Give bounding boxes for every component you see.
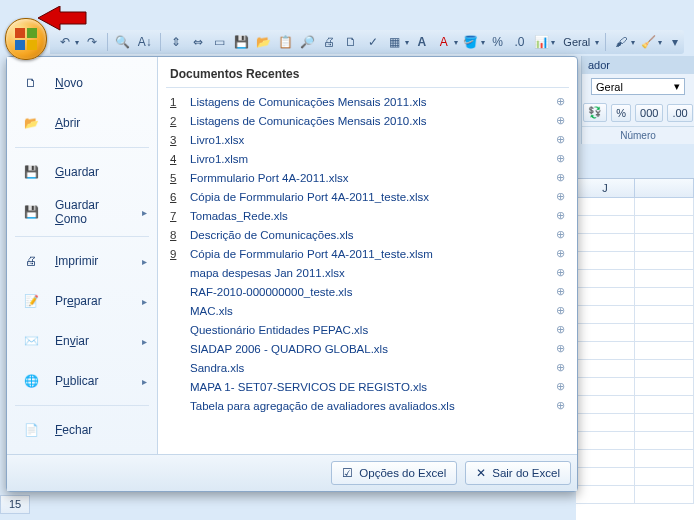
recent-doc-name: MAC.xls [190,305,548,317]
bold-icon[interactable]: A [413,33,431,51]
clear-icon[interactable]: 🧹 [639,33,657,51]
options-icon: ☑ [342,466,353,480]
preview-icon[interactable]: 🔎 [298,33,316,51]
currency-button[interactable]: 💱 [583,103,607,122]
column-header-j[interactable]: J [576,179,635,197]
recent-doc-item[interactable]: 2Listagens de Comunicações Mensais 2010.… [166,111,569,130]
number-format-combo[interactable]: Geral ▾ [591,78,685,95]
recent-doc-name: Tabela para agregação de avaliadores ava… [190,400,548,412]
recent-doc-item[interactable]: mapa despesas Jan 2011.xlsx⊕ [166,263,569,282]
recent-doc-name: Cópia de Formmulario Port 4A-2011_teste.… [190,191,548,203]
pin-icon[interactable]: ⊕ [556,399,565,412]
pin-icon[interactable]: ⊕ [556,323,565,336]
pin-icon[interactable]: ⊕ [556,95,565,108]
pin-icon[interactable]: ⊕ [556,190,565,203]
recent-doc-item[interactable]: 3Livro1.xlsx⊕ [166,130,569,149]
col-width-icon[interactable]: ⇔ [189,33,207,51]
chevron-down-icon: ▾ [674,80,680,93]
recent-doc-item[interactable]: Tabela para agregação de avaliadores ava… [166,396,569,415]
recent-doc-number: 3 [170,134,182,146]
menu-label: Enviar [55,334,132,348]
excel-options-button[interactable]: ☑ Opções do Excel [331,461,457,485]
pin-icon[interactable]: ⊕ [556,133,565,146]
recent-doc-item[interactable]: 4Livro1.xlsm⊕ [166,149,569,168]
menu-label: Guardar Como [55,198,132,226]
open-icon[interactable]: 📂 [254,33,272,51]
menu-item-send[interactable]: ✉️ Enviar ▸ [7,321,157,361]
zoom-icon[interactable]: 🔍 [114,33,132,51]
worksheet-grid[interactable]: J [576,178,694,520]
pin-icon[interactable]: ⊕ [556,361,565,374]
recent-doc-number: 9 [170,248,182,260]
pin-icon[interactable]: ⊕ [556,114,565,127]
recent-doc-item[interactable]: 8Descrição de Comunicações.xls⊕ [166,225,569,244]
recent-doc-item[interactable]: Questionário Entidades PEPAC.xls⊕ [166,320,569,339]
pin-icon[interactable]: ⊕ [556,304,565,317]
recent-doc-item[interactable]: 6Cópia de Formmulario Port 4A-2011_teste… [166,187,569,206]
menu-label: Novo [55,76,147,90]
increase-decimal-button[interactable]: .00 [667,104,692,122]
print-icon[interactable]: 🖨 [320,33,338,51]
menu-item-print[interactable]: 🖨 Imprimir ▸ [7,241,157,281]
percent-button[interactable]: % [611,104,631,122]
number-format-qat[interactable]: Geral [559,36,594,48]
menu-item-save[interactable]: 💾 Guardar [7,152,157,192]
column-header-blank[interactable] [635,179,694,197]
menu-item-publish[interactable]: 🌐 Publicar ▸ [7,361,157,401]
printer-icon: 🖨 [17,247,45,275]
send-mail-icon: ✉️ [17,327,45,355]
font-color-icon[interactable]: A [435,33,453,51]
ribbon-tab-fragment[interactable]: ador [582,56,694,74]
format-painter-icon[interactable]: 🖌 [612,33,630,51]
menu-item-new[interactable]: 🗋 Novo [7,63,157,103]
percent-icon[interactable]: % [489,33,507,51]
close-doc-icon: 📄 [17,416,45,444]
menu-item-prepare[interactable]: 📝 Preparar ▸ [7,281,157,321]
recent-doc-item[interactable]: 5Formmulario Port 4A-2011.xlsx⊕ [166,168,569,187]
recent-doc-item[interactable]: 7Tomadas_Rede.xls⊕ [166,206,569,225]
pin-icon[interactable]: ⊕ [556,342,565,355]
save-icon[interactable]: 💾 [232,33,250,51]
submenu-arrow-icon: ▸ [142,207,147,218]
fill-color-icon[interactable]: 🪣 [462,33,480,51]
spell-icon[interactable]: ✓ [364,33,382,51]
group-icon[interactable]: ▭ [211,33,229,51]
number-format-value: Geral [596,81,623,93]
menu-label: Fechar [55,423,147,437]
pin-icon[interactable]: ⊕ [556,247,565,260]
pin-icon[interactable]: ⊕ [556,209,565,222]
row-height-icon[interactable]: ⇕ [167,33,185,51]
recent-documents-panel: Documentos Recentes 1Listagens de Comuni… [158,57,577,454]
submenu-arrow-icon: ▸ [142,336,147,347]
pin-icon[interactable]: ⊕ [556,152,565,165]
recent-doc-item[interactable]: RAF-2010-000000000_teste.xls⊕ [166,282,569,301]
recent-doc-item[interactable]: MAC.xls⊕ [166,301,569,320]
thousand-button[interactable]: 000 [635,104,663,122]
sort-asc-icon[interactable]: A↓ [136,33,154,51]
more-icon[interactable]: ▾ [666,33,684,51]
recent-doc-name: Tomadas_Rede.xls [190,210,548,222]
pin-icon[interactable]: ⊕ [556,380,565,393]
office-logo-icon [15,28,37,50]
menu-item-open[interactable]: 📂 Abrir [7,103,157,143]
decrease-dec-icon[interactable]: .0 [511,33,529,51]
menu-item-save-as[interactable]: 💾 Guardar Como ▸ [7,192,157,232]
exit-excel-button[interactable]: ✕ Sair do Excel [465,461,571,485]
paste-icon[interactable]: 📋 [276,33,294,51]
recent-doc-item[interactable]: 1Listagens de Comunicações Mensais 2011.… [166,92,569,111]
pointer-arrow-icon [38,6,88,36]
border-icon[interactable]: ▦ [386,33,404,51]
pin-icon[interactable]: ⊕ [556,285,565,298]
menu-item-close[interactable]: 📄 Fechar [7,410,157,450]
recent-doc-item[interactable]: 9Cópia de Formmulario Port 4A-2011_teste… [166,244,569,263]
pin-icon[interactable]: ⊕ [556,228,565,241]
row-header-15[interactable]: 15 [0,495,30,514]
recent-doc-item[interactable]: MAPA 1- SET07-SERVICOS DE REGISTO.xls⊕ [166,377,569,396]
new-icon[interactable]: 🗋 [342,33,360,51]
pin-icon[interactable]: ⊕ [556,171,565,184]
recent-doc-item[interactable]: Sandra.xls⊕ [166,358,569,377]
chart-icon[interactable]: 📊 [532,33,550,51]
recent-doc-name: RAF-2010-000000000_teste.xls [190,286,548,298]
pin-icon[interactable]: ⊕ [556,266,565,279]
recent-doc-item[interactable]: SIADAP 2006 - QUADRO GLOBAL.xls⊕ [166,339,569,358]
